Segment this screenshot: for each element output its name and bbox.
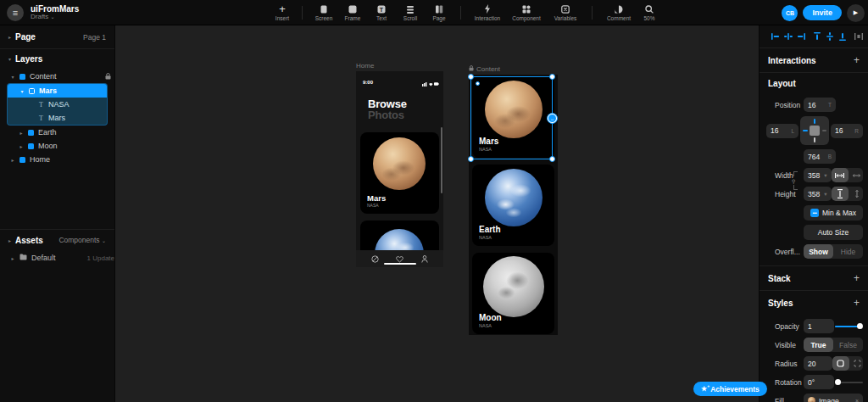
layer-row-content[interactable]: ▾ Content	[0, 70, 114, 83]
content-frame-label[interactable]: Content	[469, 65, 500, 73]
width-fixed-button[interactable]	[832, 168, 849, 182]
frame-tool-button[interactable]: Frame	[338, 5, 367, 21]
profile-icon[interactable]	[421, 251, 428, 266]
resize-handle-bottom-right[interactable]	[549, 156, 555, 162]
main-menu-button[interactable]: ≡	[7, 4, 24, 21]
align-top-button[interactable]	[812, 31, 822, 42]
project-breadcrumb[interactable]: Drafts ⌄	[31, 14, 79, 21]
distribute-horizontal-button[interactable]	[854, 31, 864, 42]
position-right-input[interactable]: 16R	[831, 124, 863, 138]
height-label: Height	[775, 190, 804, 198]
layer-row-earth[interactable]: ▸ Earth	[0, 126, 114, 139]
position-left-input[interactable]: 16L	[766, 124, 798, 138]
overflow-hide-button[interactable]: Hide	[833, 244, 863, 259]
text-tool-button[interactable]: T Text	[367, 5, 396, 21]
assets-filter-dropdown[interactable]: Components ⌄	[58, 236, 106, 244]
explore-icon[interactable]	[371, 251, 379, 266]
design-canvas[interactable]: Home 9:00 Browse Photos Mars NASA Conten…	[115, 25, 759, 402]
resize-handle-right-middle[interactable]: ↔	[547, 113, 558, 124]
position-top-input[interactable]: 16T	[804, 98, 836, 112]
scroll-tool-button[interactable]: Scroll	[396, 5, 425, 21]
page-tool-button[interactable]: Page	[425, 5, 453, 21]
component-tool-button[interactable]: Component	[507, 5, 546, 21]
resize-arrows-icon: ↔	[550, 116, 554, 121]
align-middle-vertical-button[interactable]	[825, 31, 835, 42]
fill-value-pill[interactable]: Image ×	[804, 394, 863, 402]
text-layer-icon: T	[38, 101, 44, 109]
position-bottom-row: 764B	[760, 149, 868, 164]
home-frame[interactable]: 9:00 Browse Photos Mars NASA	[356, 71, 443, 267]
zoom-level-button[interactable]: 50%	[638, 5, 660, 21]
auto-size-button[interactable]: Auto Size	[804, 225, 863, 240]
asset-update-badge: 1 Update	[87, 254, 114, 262]
invite-button[interactable]: Invite	[803, 5, 842, 20]
lock-icon[interactable]	[105, 73, 111, 80]
content-frame[interactable]: Mars NASA Earth NASA Moon NASA	[469, 75, 558, 335]
assets-section-header[interactable]: ▸ Assets Components ⌄	[0, 230, 114, 250]
visible-false-button[interactable]: False	[833, 338, 863, 352]
interaction-tool-button[interactable]: Interaction	[468, 5, 507, 21]
constraint-left-tick[interactable]	[803, 130, 808, 131]
phone-scrollbar[interactable]	[441, 127, 443, 193]
height-input[interactable]: 358▾	[804, 187, 832, 201]
layer-row-home[interactable]: ▸ Home	[0, 153, 114, 166]
folder-icon	[19, 254, 27, 262]
width-relative-button[interactable]	[849, 168, 864, 182]
align-left-button[interactable]	[771, 31, 781, 42]
radius-input[interactable]: 20	[804, 356, 832, 371]
comment-tool-button[interactable]: Comment	[599, 5, 638, 21]
opacity-slider[interactable]	[835, 322, 863, 331]
rotation-slider[interactable]	[835, 378, 863, 387]
variables-tool-button[interactable]: Variables	[546, 5, 585, 21]
layer-row-mars[interactable]: ▾ Mars	[8, 84, 107, 98]
content-moon-card[interactable]: Moon NASA	[472, 253, 554, 334]
add-stack-button[interactable]: +	[854, 272, 860, 284]
radius-uniform-button[interactable]	[832, 356, 849, 371]
preview-play-button[interactable]: ▶	[847, 4, 865, 22]
resize-handle-bottom-left[interactable]	[468, 156, 474, 162]
project-info[interactable]: uiFromMars Drafts ⌄	[31, 4, 79, 21]
current-page-name[interactable]: Page 1	[83, 33, 106, 42]
overflow-show-button[interactable]: Show	[804, 244, 833, 259]
height-fixed-button[interactable]	[832, 187, 849, 201]
interactions-section-header: Interactions +	[760, 48, 868, 72]
page-section-header[interactable]: ▸ Page Page 1	[0, 25, 114, 48]
align-bottom-button[interactable]	[837, 31, 848, 42]
add-interaction-button[interactable]: +	[854, 54, 860, 66]
constraint-right-tick[interactable]	[822, 130, 826, 131]
home-mars-card[interactable]: Mars NASA	[360, 132, 439, 214]
user-avatar[interactable]: CB	[782, 5, 798, 21]
remove-fill-icon[interactable]: ×	[855, 398, 859, 402]
insert-tool-button[interactable]: + Insert	[270, 5, 295, 21]
min-max-button[interactable]: ••• Min & Max	[804, 205, 863, 221]
rotation-input[interactable]: 0°	[804, 375, 834, 389]
resize-handle-top-right[interactable]	[549, 74, 555, 80]
height-relative-button[interactable]	[849, 187, 864, 201]
frame-layer-icon	[19, 74, 25, 80]
constraint-bottom-tick[interactable]	[814, 137, 815, 142]
position-bottom-input[interactable]: 764B	[804, 149, 836, 164]
constraint-top-tick[interactable]	[814, 119, 815, 124]
asset-row-default[interactable]: ▸ Default 1 Update	[0, 250, 114, 265]
resize-handle-top-left[interactable]	[468, 74, 474, 80]
content-mars-card[interactable]: Mars NASA	[472, 76, 554, 158]
layers-section-header[interactable]: ▾ Layers	[0, 49, 114, 68]
layer-row-nasa-text[interactable]: T NASA	[8, 98, 107, 111]
visible-true-button[interactable]: True	[804, 338, 833, 352]
home-frame-label[interactable]: Home	[356, 62, 374, 70]
radius-label: Radius	[775, 360, 804, 368]
layer-row-moon[interactable]: ▸ Moon	[0, 139, 114, 153]
constraints-widget[interactable]	[800, 116, 829, 145]
achievements-button[interactable]: ★+ Achievements	[693, 382, 767, 396]
chevron-down-icon: ▾	[19, 88, 25, 94]
radius-individual-button[interactable]	[849, 356, 863, 371]
align-center-horizontal-button[interactable]	[783, 31, 793, 42]
chevron-down-icon: ▾	[8, 56, 11, 62]
screen-tool-button[interactable]: Screen	[309, 5, 338, 21]
opacity-input[interactable]: 1	[804, 319, 834, 333]
add-style-button[interactable]: +	[854, 297, 860, 309]
width-input[interactable]: 358▾	[804, 168, 832, 182]
align-right-button[interactable]	[796, 31, 806, 42]
content-earth-card[interactable]: Earth NASA	[472, 165, 554, 246]
layer-row-mars-text[interactable]: T Mars	[8, 111, 107, 125]
